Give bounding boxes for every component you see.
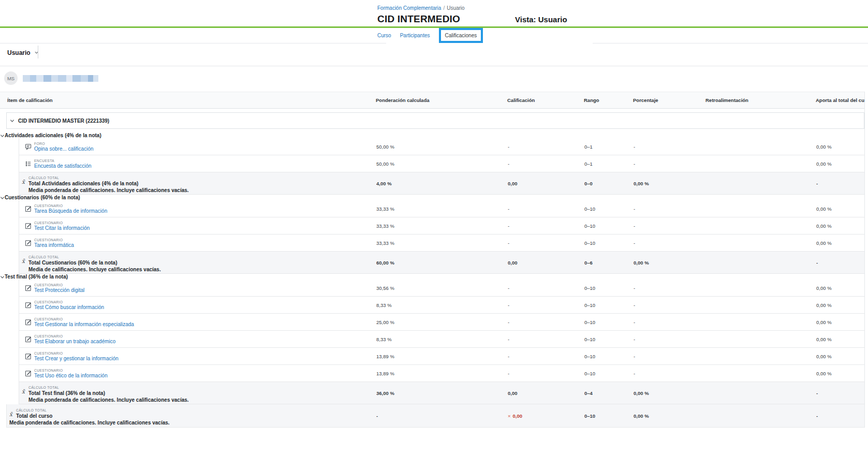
weight-cell: 30,56 % <box>376 285 508 291</box>
grade-item-link[interactable]: Test Uso ético de la información <box>34 373 108 379</box>
percent-cell: - <box>634 240 706 246</box>
category-label: Test final (36% de la nota) <box>5 274 68 280</box>
user-name-redacted <box>23 75 98 82</box>
item-kind: CUESTIONARIO <box>34 368 108 373</box>
chevron-down-icon[interactable] <box>0 196 5 200</box>
item-kind: CUESTIONARIO <box>34 283 84 287</box>
grade-cell: 0,00 <box>508 181 584 186</box>
report-selector[interactable]: Usuario <box>7 47 39 59</box>
grade-item-link[interactable]: Test Elaborar un trabajo académico <box>34 339 115 345</box>
grade-cell: - <box>508 240 584 246</box>
grade-cell: - <box>508 223 584 229</box>
chevron-down-icon[interactable] <box>0 134 5 138</box>
category-label: Cuestionarios (60% de la nota) <box>5 195 80 200</box>
item-cell: Actividades adicionales (4% de la nota) <box>0 133 376 138</box>
chevron-down-icon[interactable] <box>10 119 14 123</box>
table-row-item: CUESTIONARIOTest Protección digital30,56… <box>19 280 864 297</box>
xbar-mean-icon: x̄ <box>20 388 26 394</box>
grade-item-link[interactable]: Test Citar la información <box>34 225 90 231</box>
col-header-grade: Calificación <box>507 97 584 103</box>
quiz-icon <box>24 336 32 343</box>
percent-cell: - <box>634 336 706 342</box>
breadcrumb-current: Usuario <box>447 5 464 11</box>
total-title: Total Test final (36% de la nota) <box>28 390 189 397</box>
grade-item-link[interactable]: Encuesta de satisfacción <box>34 163 92 169</box>
percent-cell: 0,00 % <box>634 181 706 186</box>
contribution-cell: - <box>816 390 865 396</box>
item-cell: x̄CÁLCULO TOTALTotal Cuestionarios (60% … <box>19 252 376 273</box>
range-cell: 0–10 <box>584 413 634 419</box>
percent-cell: - <box>634 223 706 229</box>
range-cell: 0–10 <box>584 336 634 342</box>
item-kind: CUESTIONARIO <box>34 317 134 321</box>
range-cell: 0–10 <box>584 319 634 325</box>
table-row-item: ENCUESTAEncuesta de satisfacción50,00 %-… <box>19 155 864 172</box>
range-cell: 0–6 <box>584 260 634 266</box>
grade-cell: - <box>508 371 584 376</box>
table-row-category: Actividades adicionales (4% de la nota) <box>0 133 864 138</box>
grade-cell: - <box>508 206 584 212</box>
col-header-contribution: Aporta al total del curso <box>816 97 864 103</box>
contribution-cell: 0,00 % <box>816 354 865 359</box>
quiz-icon <box>24 353 32 360</box>
total-kind: CÁLCULO TOTAL <box>16 408 170 413</box>
grade-item-link[interactable]: Test Gestionar la información especializ… <box>34 321 134 328</box>
weight-cell: 50,00 % <box>376 161 508 167</box>
grade-item-link[interactable]: Test Protección digital <box>34 287 84 294</box>
weight-cell: 13,89 % <box>376 354 508 359</box>
item-cell: CUESTIONARIOTarea informática <box>19 238 376 248</box>
range-cell: 0–10 <box>584 206 634 212</box>
weight-cell: 25,00 % <box>376 319 508 325</box>
range-cell: 0–10 <box>584 285 634 291</box>
item-kind: CUESTIONARIO <box>34 221 90 225</box>
item-cell: x̄CÁLCULO TOTALTotal Test final (36% de … <box>19 383 376 403</box>
table-row-course: CID INTERMEDIO MASTER (2221339) <box>6 112 864 129</box>
table-row-item: FOROOpina sobre... calificación50,00 %-0… <box>19 138 864 155</box>
range-cell: 0–10 <box>584 223 634 229</box>
contribution-cell: 0,00 % <box>816 285 865 291</box>
table-row-category: Cuestionarios (60% de la nota) <box>0 195 864 200</box>
quiz-icon <box>24 240 32 246</box>
percent-cell: 0,00 % <box>634 260 706 266</box>
breadcrumb-separator: / <box>443 5 445 11</box>
total-kind: CÁLCULO TOTAL <box>28 255 161 259</box>
xbar-mean-icon: x̄ <box>8 411 14 417</box>
tab-participantes[interactable]: Participantes <box>400 33 430 38</box>
grade-cell: 0,00 <box>508 260 584 266</box>
item-cell: x̄CÁLCULO TOTALTotal del cursoMedia pond… <box>7 405 376 426</box>
grade-table: Ítem de calificación Ponderación calcula… <box>0 92 865 428</box>
quiz-icon <box>24 319 32 326</box>
item-cell: CID INTERMEDIO MASTER (2221339) <box>7 118 376 124</box>
grade-item-link[interactable]: Tarea informática <box>34 242 74 248</box>
col-header-range: Rango <box>584 97 633 103</box>
contribution-cell: - <box>816 260 865 266</box>
weight-cell: 33,33 % <box>376 223 508 229</box>
tab-calificaciones[interactable]: Calificaciones <box>439 28 483 43</box>
course-tabs: Curso Participantes Calificaciones <box>377 28 483 43</box>
grade-item-link[interactable]: Tarea Búsqueda de información <box>34 208 107 214</box>
grade-item-link[interactable]: Test Crear y gestionar la información <box>34 356 119 362</box>
grade-item-link[interactable]: Opina sobre... calificación <box>34 146 94 152</box>
grade-cell: - <box>508 319 584 325</box>
total-kind: CÁLCULO TOTAL <box>28 175 189 180</box>
item-cell: CUESTIONARIOTest Elaborar un trabajo aca… <box>19 334 376 345</box>
table-row-item: CUESTIONARIOTest Gestionar la informació… <box>19 314 864 331</box>
percent-cell: 0,00 % <box>634 413 706 419</box>
quiz-icon <box>24 223 32 229</box>
total-description: Media ponderada de calificaciones. Inclu… <box>28 187 189 194</box>
contribution-cell: - <box>816 413 865 419</box>
weight-cell: 13,89 % <box>376 371 508 376</box>
weight-cell: 50,00 % <box>376 144 508 150</box>
breadcrumb-link-formacion[interactable]: Formación Complementaria <box>377 5 441 11</box>
range-cell: 0–10 <box>584 371 634 376</box>
item-kind: CUESTIONARIO <box>34 334 115 339</box>
grade-table-body: CID INTERMEDIO MASTER (2221339)Actividad… <box>0 112 864 428</box>
chevron-down-icon[interactable] <box>0 275 5 280</box>
quiz-icon <box>24 206 32 212</box>
tabbar-divider-right <box>593 43 868 43</box>
quiz-icon <box>24 285 32 291</box>
grade-cell: - <box>508 285 584 291</box>
percent-cell: - <box>634 302 706 308</box>
grade-item-link[interactable]: Test Cómo buscar información <box>34 304 104 311</box>
tab-curso[interactable]: Curso <box>377 33 391 38</box>
